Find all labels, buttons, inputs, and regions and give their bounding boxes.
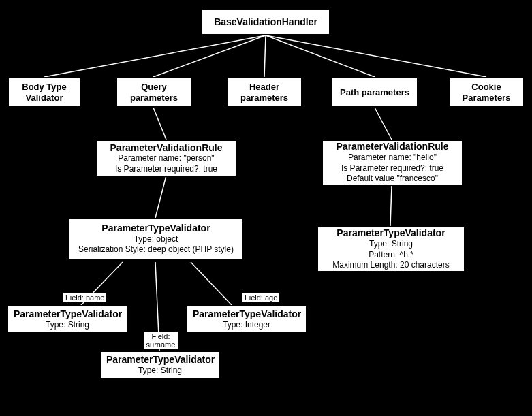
node-tv-surname: ParameterTypeValidator Type: String [99, 351, 221, 379]
node-title: ParameterTypeValidator [75, 223, 237, 234]
node-title: ParameterValidationRule [102, 142, 230, 154]
label-line: Body Type [14, 82, 74, 93]
edge-label-field-name: Field: name [63, 293, 106, 302]
node-attr: Serialization Style: deep object (PHP st… [75, 244, 237, 255]
node-attr: Maximum Length: 20 characters [324, 260, 458, 271]
node-body-type-validator: Body Type Validator [7, 77, 81, 108]
label-line: Path parameters [338, 87, 411, 98]
label-line: Query [123, 82, 185, 93]
node-attr: Type: String [106, 366, 214, 377]
node-attr: Pattern: ^h.* [324, 250, 458, 261]
svg-line-8 [390, 185, 392, 226]
node-header-parameters: Header parameters [226, 77, 302, 108]
node-base-validation-handler: BaseValidationHandler [201, 8, 330, 35]
node-attr: Parameter name: "person" [102, 153, 230, 164]
label-line: Validator [14, 93, 74, 103]
node-attr: Type: object [75, 234, 237, 245]
label-line: Parameters [455, 93, 518, 103]
node-query-parameters: Query parameters [116, 77, 192, 108]
svg-line-7 [155, 176, 166, 218]
node-attr: Default value "francesco" [328, 174, 456, 185]
node-attr: Parameter name: "hello" [328, 153, 456, 163]
node-tv-name: ParameterTypeValidator Type: String [7, 305, 128, 334]
node-title: ParameterTypeValidator [193, 308, 300, 320]
label-line: Cookie [455, 82, 518, 93]
node-title: ParameterTypeValidator [324, 227, 458, 239]
svg-line-3 [266, 35, 375, 77]
node-title: ParameterTypeValidator [14, 308, 121, 320]
node-tv-object: ParameterTypeValidator Type: object Seri… [68, 218, 244, 260]
svg-line-1 [153, 35, 266, 77]
node-tv-age: ParameterTypeValidator Type: Integer [186, 305, 307, 334]
label-line: parameters [233, 93, 296, 103]
svg-line-0 [44, 35, 266, 77]
node-title: ParameterValidationRule [328, 141, 456, 153]
node-attr: Type: Integer [193, 320, 300, 331]
node-attr: Is Parameter required?: true [102, 164, 230, 175]
node-cookie-parameters: Cookie Parameters [448, 77, 525, 108]
label-line: parameters [123, 93, 185, 103]
node-rule-hello: ParameterValidationRule Parameter name: … [322, 140, 463, 186]
node-attr: Type: String [14, 320, 121, 331]
node-attr: Type: String [324, 239, 458, 250]
svg-line-4 [266, 35, 486, 77]
node-tv-string: ParameterTypeValidator Type: String Patt… [317, 226, 465, 272]
node-title: BaseValidationHandler [208, 16, 324, 28]
svg-line-2 [264, 35, 266, 77]
node-rule-person: ParameterValidationRule Parameter name: … [95, 140, 237, 177]
node-title: ParameterTypeValidator [106, 354, 214, 366]
svg-line-6 [375, 108, 392, 140]
node-path-parameters: Path parameters [331, 77, 418, 108]
node-attr: Is Parameter required?: true [328, 163, 456, 174]
edge-label-field-surname: Field: surname [144, 332, 178, 349]
svg-line-5 [153, 108, 166, 140]
label-line: Header [233, 82, 296, 93]
label-line: surname [146, 340, 176, 349]
edge-label-field-age: Field: age [242, 293, 279, 302]
label-line: Field: [146, 332, 176, 340]
